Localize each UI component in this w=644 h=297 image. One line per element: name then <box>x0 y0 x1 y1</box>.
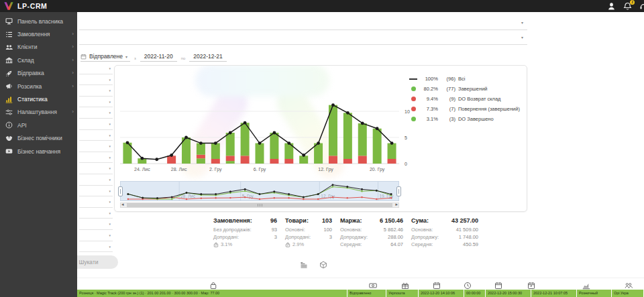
row-cell: Розниця · Magic Track (200 грн зн.) (1) … <box>77 290 347 297</box>
sidebar-item-label: Склад <box>17 57 34 64</box>
side-filter-select-9[interactable]: ▾ <box>79 152 113 164</box>
side-filter-selects: ▾▾▾▾▾▾▾▾▾▾▾▾▾▾▾▾▾ <box>79 63 113 252</box>
side-filter-select-7[interactable]: ▾ <box>79 130 113 141</box>
sidebar-item-label: Бізнес навчання <box>17 148 60 155</box>
sidebar-item-statistics[interactable]: Статистика <box>0 93 77 105</box>
chevron-down-icon: ▾ <box>109 144 111 148</box>
range-handle-left[interactable] <box>118 186 123 196</box>
side-filter-select-4[interactable]: ▾ <box>79 97 113 108</box>
calendar-icon <box>80 54 87 60</box>
sidebar-item-warehouse[interactable]: Склад› <box>0 54 77 66</box>
chart-range-navigator[interactable]: 28. Лис5. Гру12. Гру19. Гру <box>120 181 399 201</box>
chevron-down-icon: ▾ <box>109 133 111 137</box>
side-filter-select-13[interactable]: ▾ <box>79 196 113 208</box>
mailing-icon <box>5 82 13 90</box>
column-area-chart-icon[interactable] <box>582 280 590 288</box>
sidebar-item-business-training[interactable]: Бізнес навчання <box>0 145 77 158</box>
sidebar-item-api[interactable]: API <box>0 119 77 131</box>
range-scrollbar[interactable]: ◂ ▸ <box>120 202 399 208</box>
side-filter-select-2[interactable]: ▾ <box>79 74 113 86</box>
date-type-select[interactable]: Відправлене ▾ <box>80 53 130 62</box>
filter-select-2[interactable]: ▾ <box>79 31 527 45</box>
svg-text:6. Гру: 6. Гру <box>254 167 266 172</box>
api-icon <box>5 121 13 129</box>
legend-percent: 80.2% <box>421 86 438 92</box>
app-logo[interactable]: LP-CRM <box>0 1 47 11</box>
user-icon[interactable] <box>607 2 616 11</box>
legend-item[interactable]: 7.3%(7)Повернення (завершений) <box>409 104 520 114</box>
date-to-input[interactable]: 2022-12-21 <box>189 53 226 62</box>
column-banknote-icon[interactable] <box>369 280 377 288</box>
dashboard-icon <box>5 17 13 25</box>
sidebar-item-mailing[interactable]: Розсилка› <box>0 80 77 93</box>
legend-item[interactable]: 3.1%(3)DO Завершено <box>409 114 520 124</box>
side-filter-select-1[interactable]: ▾ <box>79 63 113 74</box>
side-filter-select-11[interactable]: ▾ <box>79 174 113 186</box>
legend-count: (9) <box>441 96 455 102</box>
side-filter-select-15[interactable]: ▾ <box>79 219 113 230</box>
side-filter-select-14[interactable]: ▾ <box>79 208 113 219</box>
svg-text:28. Лис: 28. Лис <box>171 167 187 172</box>
column-calendar-export-icon[interactable] <box>527 280 535 288</box>
side-filter-select-16[interactable]: ▾ <box>79 230 113 241</box>
column-clock-icon[interactable] <box>464 280 472 288</box>
stat-sub-label: Допродажу: <box>411 233 439 241</box>
chevron-down-icon: ▾ <box>109 100 111 104</box>
logo-text: LP-CRM <box>17 2 47 10</box>
stat-sub-label: Допродажу: <box>340 233 368 241</box>
chevron-right-icon: › <box>72 84 74 89</box>
sidebar-item-business-helpers[interactable]: Бізнес помічники <box>0 132 77 145</box>
side-filter-select-12[interactable]: ▾ <box>79 186 113 197</box>
stat-column: Замовлення:96Без допродажів:93Допродані:… <box>213 217 277 248</box>
support-headset-icon[interactable] <box>639 2 644 11</box>
scrollbar-grip[interactable] <box>258 204 262 206</box>
filter-select-1[interactable]: ▾ <box>79 16 527 30</box>
chevron-down-icon: ▾ <box>109 166 111 170</box>
side-filter-select-17[interactable]: ▾ <box>79 241 113 253</box>
chevron-down-icon: ▾ <box>109 211 111 215</box>
statistics-icon <box>5 96 13 103</box>
stat-column: Маржа:6 150.46Основна:5 862.46Допродажу:… <box>340 217 403 248</box>
package-view-icon[interactable] <box>319 259 327 268</box>
chevron-down-icon: ▾ <box>109 88 111 93</box>
sidebar-item-dashboard[interactable]: Панель власника <box>0 15 77 27</box>
side-filter-select-5[interactable]: ▾ <box>79 107 113 119</box>
notifications-bell-icon[interactable]: 1 <box>623 2 632 11</box>
sidebar-item-shipping[interactable]: Відправка› <box>0 67 77 80</box>
range-handle-right[interactable] <box>396 186 401 196</box>
column-bag-icon[interactable] <box>209 280 217 288</box>
legend-item[interactable]: 9.4%(9)DO Возврат склад <box>409 94 520 104</box>
stat-sub-label: Середня: <box>340 241 362 248</box>
column-calendar-icon[interactable] <box>433 280 441 288</box>
row-cell: 2022-12-20 14:10:06 <box>419 290 464 297</box>
legend-count: (3) <box>441 116 455 122</box>
stat-sub-value: 3 <box>269 233 277 241</box>
stat-sub-value: 288.00 <box>382 233 403 241</box>
side-filter-select-6[interactable]: ▾ <box>79 119 113 130</box>
date-from-input[interactable]: 2022-11-20 <box>140 53 177 62</box>
sidebar-item-settings[interactable]: Налаштування› <box>0 106 77 119</box>
scroll-right-arrow[interactable]: ▸ <box>395 202 398 207</box>
column-gift-icon[interactable] <box>401 280 409 288</box>
legend-item[interactable]: 100%(96)Всі <box>409 74 520 84</box>
scroll-left-arrow[interactable]: ◂ <box>121 202 124 207</box>
clients-icon <box>5 44 13 51</box>
legend-item[interactable]: 80.2%(77)Завершений <box>409 84 520 94</box>
chevron-down-icon: ▾ <box>109 178 111 182</box>
sidebar-item-clients[interactable]: Клієнти› <box>0 41 77 54</box>
upsell-bag-icon <box>213 242 219 247</box>
orders-table-row[interactable]: Розниця · Magic Track (200 грн зн.) (1) … <box>77 290 644 297</box>
side-filter-select-8[interactable]: ▾ <box>79 141 113 152</box>
stat-sub-value: 93 <box>266 226 277 233</box>
row-cell: 2022-12-21 10:07:05 <box>531 290 577 297</box>
sidebar-item-orders[interactable]: Замовлення› <box>0 27 77 40</box>
column-people-icon[interactable] <box>625 280 633 288</box>
column-calendar-icon[interactable] <box>494 280 502 288</box>
legend-label: Завершений <box>458 86 488 92</box>
legend-label: DO Возврат склад <box>458 96 501 102</box>
side-filter-select-3[interactable]: ▾ <box>79 85 113 97</box>
side-filter-select-10[interactable]: ▾ <box>79 163 113 174</box>
chevron-down-icon: ▾ <box>109 245 111 249</box>
list-view-icon[interactable] <box>300 259 308 268</box>
chart-legend: 100%(96)Всі80.2%(77)Завершений9.4%(9)DO … <box>409 74 520 124</box>
